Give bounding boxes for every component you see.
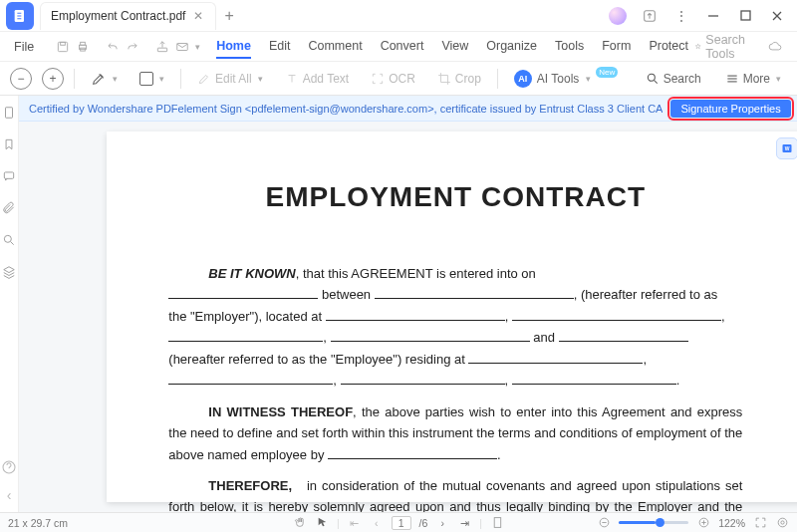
kebab-menu-icon[interactable]: ⋮ bbox=[667, 4, 695, 28]
menu-bar: File ▾ Home Edit Comment Convert View Or… bbox=[0, 32, 797, 62]
zoom-out-button[interactable]: − bbox=[10, 68, 32, 90]
file-menu[interactable]: File bbox=[8, 40, 40, 54]
window-close-icon[interactable] bbox=[763, 4, 791, 28]
last-page-icon[interactable]: ⇥ bbox=[457, 516, 471, 530]
titlebar: Employment Contract.pdf ✕ + ⋮ bbox=[0, 0, 797, 32]
word-badge-icon[interactable]: W bbox=[776, 137, 797, 159]
svg-point-32 bbox=[780, 521, 783, 524]
cloud-upload-icon[interactable] bbox=[636, 4, 664, 28]
app-logo-icon bbox=[6, 2, 34, 30]
mail-icon[interactable] bbox=[175, 36, 189, 58]
tab-convert[interactable]: Convert bbox=[381, 35, 424, 59]
crop-tool[interactable]: Crop bbox=[431, 70, 487, 88]
page-dimensions: 21 x 29.7 cm bbox=[8, 517, 68, 529]
svg-point-19 bbox=[4, 235, 11, 242]
close-tab-icon[interactable]: ✕ bbox=[191, 9, 205, 23]
svg-point-33 bbox=[778, 518, 787, 527]
tab-view[interactable]: View bbox=[441, 35, 468, 59]
tab-form[interactable]: Form bbox=[602, 35, 631, 59]
shape-tool[interactable]: ▾ bbox=[133, 70, 170, 88]
zoom-out-status-icon[interactable] bbox=[597, 516, 611, 530]
document-title: EMPLOYMENT CONTRACT bbox=[168, 181, 742, 213]
search-button[interactable]: Search bbox=[640, 70, 707, 88]
help-icon[interactable] bbox=[0, 458, 18, 476]
attachment-icon[interactable] bbox=[0, 199, 18, 217]
window-maximize-icon[interactable] bbox=[731, 4, 759, 28]
signature-properties-button[interactable]: Signature Properties bbox=[670, 100, 790, 118]
svg-rect-18 bbox=[4, 172, 13, 178]
tab-tools[interactable]: Tools bbox=[555, 35, 584, 59]
collapse-left-icon[interactable]: ‹ bbox=[0, 486, 18, 504]
search-tools-button[interactable]: Search Tools bbox=[694, 33, 750, 61]
select-tool-icon[interactable] bbox=[315, 516, 329, 530]
tab-home[interactable]: Home bbox=[216, 35, 251, 59]
ai-tools-button[interactable]: AI AI Tools▾ New bbox=[508, 68, 624, 90]
zoom-slider[interactable] bbox=[619, 521, 688, 524]
bookmark-icon[interactable] bbox=[0, 135, 18, 153]
new-tab-button[interactable]: + bbox=[216, 7, 241, 25]
window-minimize-icon[interactable] bbox=[699, 4, 727, 28]
svg-rect-11 bbox=[157, 48, 166, 52]
edit-all-tool[interactable]: Edit All▾ bbox=[191, 70, 269, 88]
svg-rect-9 bbox=[81, 42, 86, 45]
redo-icon[interactable] bbox=[126, 36, 139, 58]
ribbon-tabs: Home Edit Comment Convert View Organize … bbox=[216, 35, 688, 59]
collapse-ribbon-icon[interactable]: ⌃ bbox=[790, 36, 797, 58]
undo-icon[interactable] bbox=[106, 36, 120, 58]
tab-title: Employment Contract.pdf bbox=[51, 9, 185, 23]
view-mode-icon[interactable] bbox=[490, 516, 504, 530]
document-tab[interactable]: Employment Contract.pdf ✕ bbox=[40, 2, 216, 30]
svg-rect-6 bbox=[58, 42, 67, 51]
svg-rect-26 bbox=[494, 518, 501, 528]
signature-banner: Certified by Wondershare PDFelement Sign… bbox=[19, 96, 797, 122]
ai-icon: AI bbox=[514, 70, 532, 88]
paragraph-2: IN WITNESS THEREOF, the above parties wi… bbox=[168, 401, 742, 465]
layers-icon[interactable] bbox=[0, 263, 18, 281]
main-area: ‹ Certified by Wondershare PDFelement Si… bbox=[0, 96, 797, 512]
toolbar: − + ▾ ▾ Edit All▾ Add Text OCR Crop AI A… bbox=[0, 62, 797, 96]
first-page-icon[interactable]: ⇤ bbox=[348, 516, 362, 530]
tab-comment[interactable]: Comment bbox=[308, 35, 362, 59]
zoom-value[interactable]: 122% bbox=[718, 517, 745, 529]
svg-rect-7 bbox=[61, 42, 66, 45]
svg-rect-12 bbox=[177, 43, 188, 50]
hand-tool-icon[interactable] bbox=[293, 516, 307, 530]
share-icon[interactable] bbox=[155, 36, 169, 58]
assistant-orb-icon[interactable] bbox=[604, 4, 632, 28]
paragraph-3: THEREFORE, in consideration of the mutua… bbox=[168, 475, 742, 512]
page-total: /6 bbox=[419, 517, 428, 529]
pdf-page: W EMPLOYMENT CONTRACT BE IT KNOWN, that … bbox=[107, 132, 797, 502]
highlighter-tool[interactable]: ▾ bbox=[85, 69, 124, 89]
reading-mode-icon[interactable] bbox=[775, 516, 789, 530]
tab-protect[interactable]: Protect bbox=[649, 35, 688, 59]
prev-page-icon[interactable]: ‹ bbox=[370, 516, 384, 530]
cloud-icon[interactable] bbox=[764, 36, 786, 58]
document-viewport: Certified by Wondershare PDFelement Sign… bbox=[19, 96, 797, 512]
save-icon[interactable] bbox=[56, 36, 70, 58]
tab-organize[interactable]: Organize bbox=[486, 35, 537, 59]
next-page-icon[interactable]: › bbox=[435, 516, 449, 530]
svg-rect-3 bbox=[741, 11, 750, 20]
svg-rect-17 bbox=[6, 108, 13, 119]
zoom-in-button[interactable]: + bbox=[42, 68, 64, 90]
svg-text:W: W bbox=[785, 145, 790, 151]
thumbnails-icon[interactable] bbox=[0, 104, 18, 122]
dropdown-icon[interactable]: ▾ bbox=[195, 36, 200, 58]
fit-page-icon[interactable] bbox=[753, 516, 767, 530]
banner-message: Certified by Wondershare PDFelement Sign… bbox=[29, 103, 663, 115]
page-scroll[interactable]: W EMPLOYMENT CONTRACT BE IT KNOWN, that … bbox=[19, 122, 797, 512]
left-sidebar: ‹ bbox=[0, 96, 19, 512]
svg-point-13 bbox=[648, 74, 655, 81]
print-icon[interactable] bbox=[76, 36, 90, 58]
tab-edit[interactable]: Edit bbox=[269, 35, 291, 59]
search-panel-icon[interactable] bbox=[0, 231, 18, 249]
more-button[interactable]: More▾ bbox=[719, 70, 787, 88]
new-badge: New bbox=[596, 67, 618, 78]
page-number-input[interactable]: 1 bbox=[392, 516, 411, 530]
paragraph-1: BE IT KNOWN, that this AGREEMENT is ente… bbox=[168, 263, 742, 392]
comment-panel-icon[interactable] bbox=[0, 167, 18, 185]
ocr-tool[interactable]: OCR bbox=[365, 70, 421, 88]
status-bar: 21 x 29.7 cm | ⇤ ‹ 1 /6 › ⇥ | 122% bbox=[0, 512, 797, 532]
zoom-in-status-icon[interactable] bbox=[696, 516, 710, 530]
add-text-tool[interactable]: Add Text bbox=[279, 70, 355, 88]
